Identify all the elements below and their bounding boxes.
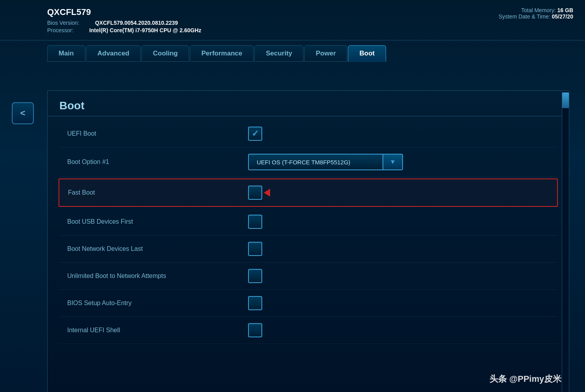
- tab-power[interactable]: Power: [304, 45, 347, 62]
- setting-row-uefi-boot: UEFI Boot: [59, 120, 557, 147]
- boot-network-last-label: Boot Network Devices Last: [59, 245, 248, 252]
- uefi-boot-label: UEFI Boot: [59, 130, 248, 137]
- unlimited-boot-checkbox[interactable]: [248, 269, 262, 283]
- unlimited-boot-control[interactable]: [248, 269, 262, 283]
- datetime-value: 05/27/20: [552, 13, 574, 20]
- tab-security[interactable]: Security: [254, 45, 304, 62]
- tab-performance[interactable]: Performance: [190, 45, 254, 62]
- setting-row-boot-network-last: Boot Network Devices Last: [59, 236, 557, 263]
- main-content: Boot UEFI Boot Boot Option #1 UEFI OS (T…: [47, 90, 569, 392]
- bios-version-row: Bios Version: QXCFL579.0054.2020.0810.22…: [47, 20, 573, 26]
- unlimited-boot-label: Unlimited Boot to Network Attempts: [59, 272, 248, 280]
- header: QXCFL579 Bios Version: QXCFL579.0054.202…: [0, 0, 585, 40]
- uefi-boot-checkbox[interactable]: [248, 127, 262, 141]
- datetime-row: System Date & Time: 05/27/20: [499, 13, 573, 20]
- memory-value: 16 GB: [557, 7, 573, 13]
- scrollbar-thumb[interactable]: [562, 92, 569, 108]
- bios-auto-entry-control[interactable]: [248, 296, 262, 310]
- setting-row-boot-option-1: Boot Option #1 UEFI OS (T-FORCE TM8FP551…: [59, 147, 557, 177]
- datetime-label: System Date & Time:: [499, 13, 550, 20]
- header-info: Bios Version: QXCFL579.0054.2020.0810.22…: [47, 20, 573, 35]
- memory-row: Total Memory: 16 GB: [499, 7, 573, 13]
- boot-usb-first-control[interactable]: [248, 215, 262, 229]
- tab-cooling[interactable]: Cooling: [142, 45, 189, 62]
- internal-uefi-shell-control[interactable]: [248, 323, 262, 337]
- boot-option-1-dropdown[interactable]: UEFI OS (T-FORCE TM8FP5512G) ▼: [248, 154, 403, 170]
- boot-network-last-checkbox[interactable]: [248, 242, 262, 256]
- boot-network-last-control[interactable]: [248, 242, 262, 256]
- fast-boot-label: Fast Boot: [59, 189, 248, 196]
- setting-row-fast-boot: Fast Boot: [59, 179, 558, 207]
- setting-row-internal-uefi-shell: Internal UEFI Shell: [59, 317, 557, 344]
- model-name: QXCFL579: [47, 7, 573, 17]
- memory-label: Total Memory:: [521, 7, 556, 13]
- bios-auto-entry-label: BIOS Setup Auto-Entry: [59, 300, 248, 307]
- setting-row-unlimited-boot: Unlimited Boot to Network Attempts: [59, 263, 557, 290]
- boot-option-1-control[interactable]: UEFI OS (T-FORCE TM8FP5512G) ▼: [248, 154, 403, 170]
- back-button[interactable]: <: [12, 102, 34, 124]
- boot-option-1-label: Boot Option #1: [59, 158, 248, 166]
- internal-uefi-shell-label: Internal UEFI Shell: [59, 327, 248, 334]
- bios-value: QXCFL579.0054.2020.0810.2239: [95, 20, 178, 26]
- fast-boot-checkbox[interactable]: [248, 186, 262, 200]
- tab-main[interactable]: Main: [47, 45, 85, 62]
- tab-boot[interactable]: Boot: [348, 45, 386, 62]
- nav-bar: Main Advanced Cooling Performance Securi…: [0, 40, 585, 62]
- setting-row-boot-usb-first: Boot USB Devices First: [59, 208, 557, 236]
- bios-label: Bios Version:: [47, 20, 79, 26]
- boot-usb-first-label: Boot USB Devices First: [59, 218, 248, 225]
- settings-area: UEFI Boot Boot Option #1 UEFI OS (T-FORC…: [48, 116, 569, 348]
- header-right: Total Memory: 16 GB System Date & Time: …: [499, 7, 573, 20]
- uefi-boot-control[interactable]: [248, 127, 262, 141]
- processor-label: Processor:: [47, 27, 74, 33]
- fast-boot-control[interactable]: [248, 186, 262, 200]
- boot-usb-first-checkbox[interactable]: [248, 215, 262, 229]
- processor-row: Processor: Intel(R) Core(TM) i7-9750H CP…: [47, 27, 573, 33]
- processor-value: Intel(R) Core(TM) i7-9750H CPU @ 2.60GHz: [89, 27, 201, 33]
- boot-option-1-value: UEFI OS (T-FORCE TM8FP5512G): [249, 155, 383, 169]
- dropdown-arrow-icon[interactable]: ▼: [383, 155, 402, 169]
- setting-row-bios-auto-entry: BIOS Setup Auto-Entry: [59, 290, 557, 317]
- section-title: Boot: [48, 91, 569, 116]
- watermark: 头条 @PPimy皮米: [489, 373, 561, 385]
- bios-auto-entry-checkbox[interactable]: [248, 296, 262, 310]
- tab-advanced[interactable]: Advanced: [86, 45, 141, 62]
- cursor-arrow-icon: [264, 189, 270, 197]
- internal-uefi-shell-checkbox[interactable]: [248, 323, 262, 337]
- scrollbar[interactable]: [562, 91, 569, 392]
